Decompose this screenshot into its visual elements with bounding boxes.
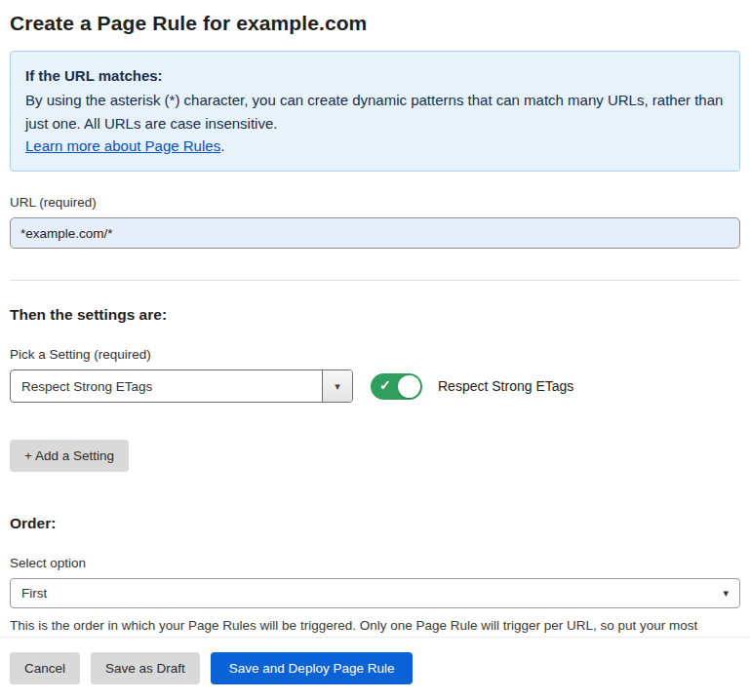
check-icon: ✓ xyxy=(379,377,391,393)
order-select[interactable]: First ▾ xyxy=(10,578,740,608)
url-match-info-box: If the URL matches: By using the asteris… xyxy=(10,51,740,172)
pick-setting-label: Pick a Setting (required) xyxy=(10,347,740,362)
url-input[interactable] xyxy=(10,217,740,249)
link-period: . xyxy=(220,137,224,154)
page-title: Create a Page Rule for example.com xyxy=(10,12,740,35)
cancel-button[interactable]: Cancel xyxy=(10,652,80,684)
info-box-body: By using the asterisk (*) character, you… xyxy=(25,89,725,135)
chevron-down-icon: ▾ xyxy=(335,380,340,393)
toggle-knob xyxy=(398,375,420,398)
setting-select[interactable]: Respect Strong ETags ▾ xyxy=(10,369,353,403)
settings-section-heading: Then the settings are: xyxy=(10,306,740,324)
chevron-down-icon: ▾ xyxy=(723,587,729,600)
order-select-label: Select option xyxy=(10,556,740,570)
add-setting-button[interactable]: + Add a Setting xyxy=(10,440,129,472)
info-box-link-line: Learn more about Page Rules. xyxy=(25,135,725,157)
save-draft-button[interactable]: Save as Draft xyxy=(91,652,200,684)
url-field-label: URL (required) xyxy=(10,195,740,210)
form-actions: Cancel Save as Draft Save and Deploy Pag… xyxy=(0,637,750,700)
setting-select-value: Respect Strong ETags xyxy=(11,370,322,402)
order-section-heading: Order: xyxy=(10,515,740,532)
etags-toggle[interactable]: ✓ xyxy=(371,373,422,400)
order-select-value: First xyxy=(21,586,47,601)
section-divider xyxy=(10,280,740,281)
info-box-heading: If the URL matches: xyxy=(25,64,725,87)
learn-more-link[interactable]: Learn more about Page Rules xyxy=(25,137,220,154)
save-deploy-button[interactable]: Save and Deploy Page Rule xyxy=(211,652,414,684)
setting-row: Respect Strong ETags ▾ ✓ Respect Strong … xyxy=(10,369,740,403)
toggle-label: Respect Strong ETags xyxy=(438,378,573,394)
setting-select-arrow-button[interactable]: ▾ xyxy=(322,370,352,402)
page-rule-form: Create a Page Rule for example.com If th… xyxy=(0,0,750,657)
